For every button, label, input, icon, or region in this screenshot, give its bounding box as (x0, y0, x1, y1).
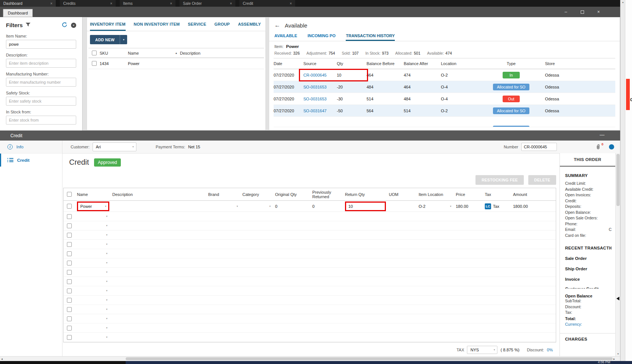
return-qty-input[interactable]: 10 (348, 204, 353, 209)
chevron-down-icon[interactable]: ▾ (105, 205, 106, 208)
customer-select[interactable]: Ari ▾ (93, 142, 136, 151)
brand-select[interactable]: ▾ (206, 205, 240, 208)
row-checkbox[interactable] (67, 261, 72, 265)
chevron-down-icon[interactable]: ▾ (106, 280, 107, 283)
transaction-row[interactable]: 07/27/2020 SO-0031653 -30 514 484 O-4 Ou… (274, 93, 615, 105)
close-icon[interactable]: × (290, 1, 292, 6)
price[interactable]: 180.00 (454, 204, 483, 209)
tab-transaction-history[interactable]: TRANSACTION HISTORY (346, 30, 394, 41)
line-item-name[interactable]: Power (80, 204, 92, 209)
row-checkbox[interactable] (67, 307, 72, 312)
app-tab-dashboard[interactable]: Dashboard × (0, 0, 56, 7)
source-link[interactable]: CR-0000645 (303, 73, 337, 77)
credit-number-input[interactable] (521, 143, 557, 151)
minimize-icon[interactable]: – (558, 7, 574, 17)
currency-link[interactable]: Currency: (565, 322, 612, 327)
category-select[interactable]: ▾ (240, 205, 273, 208)
credit-table-empty-row[interactable]: ▾ (64, 212, 556, 221)
credit-table-empty-row[interactable]: ▾ (64, 305, 556, 314)
row-checkbox[interactable] (92, 61, 97, 66)
horizontal-scrollbar[interactable]: ◂ ▸ (0, 356, 620, 361)
delete-button[interactable]: DELETE (528, 175, 556, 185)
attachments-button[interactable]: 0 (596, 144, 601, 150)
discount-value-link[interactable]: 0% (547, 348, 553, 352)
credit-table-empty-row[interactable]: ▾ (64, 333, 556, 342)
item-location-select[interactable]: O-2 ▾ (416, 204, 454, 209)
scroll-right-icon[interactable]: ▸ (613, 357, 615, 361)
chevron-down-icon[interactable]: ▾ (106, 289, 107, 292)
recent-item-sale-order[interactable]: Sale Order (565, 256, 612, 261)
tax-region-select[interactable]: NYS ▾ (467, 346, 497, 354)
source-link[interactable]: SO-0031653 (303, 85, 337, 89)
close-icon[interactable]: × (230, 1, 232, 6)
scrollbar-thumb[interactable] (126, 357, 613, 360)
select-all-checkbox[interactable] (92, 51, 97, 55)
row-checkbox[interactable] (67, 326, 72, 331)
collapse-panel-icon[interactable] (616, 297, 619, 300)
source-link[interactable]: SO-0031647 (303, 109, 337, 113)
row-checkbox[interactable] (67, 316, 72, 321)
background-scrollbar[interactable]: ▴ (620, 0, 625, 361)
tab-group[interactable]: GROUP (215, 17, 230, 31)
transaction-row-partial[interactable]: Allocated for SO (274, 117, 615, 127)
credit-table-empty-row[interactable]: ▾ (64, 240, 556, 249)
clear-filters-icon[interactable]: × (71, 23, 76, 28)
scroll-down-icon[interactable]: ▾ (616, 352, 620, 355)
row-checkbox[interactable] (67, 279, 72, 284)
credit-table-empty-row[interactable]: ▾ (64, 249, 556, 258)
recent-item-invoice[interactable]: Invoice (565, 277, 612, 281)
chevron-down-icon[interactable]: ▾ (106, 233, 107, 236)
row-checkbox[interactable] (67, 298, 72, 303)
sidebar-item-credit[interactable]: Credit (0, 154, 62, 167)
credit-table-empty-row[interactable]: ▾ (64, 268, 556, 277)
tab-service[interactable]: SERVICE (188, 17, 206, 31)
chevron-down-icon[interactable]: ▾ (106, 271, 107, 274)
add-new-dropdown-icon[interactable]: ▾ (120, 35, 127, 44)
chevron-down-icon[interactable]: ▾ (106, 243, 107, 246)
scroll-left-icon[interactable]: ◂ (1, 357, 3, 361)
sidebar-item-info[interactable]: Info (0, 141, 62, 154)
credit-table-empty-row[interactable]: ▾ (64, 314, 556, 323)
credit-line-item-row[interactable]: Power ▾ ▾ ▾ 0 0 10 O-2 ▾ (64, 201, 556, 212)
tax-cell[interactable]: LC Tax (483, 203, 511, 209)
item-name-input[interactable] (6, 40, 76, 49)
credit-table-empty-row[interactable]: ▾ (64, 221, 556, 231)
close-window-icon[interactable]: × (590, 7, 607, 17)
add-new-button[interactable]: ADD NEW ▾ (90, 35, 127, 44)
dashboard-mini-tab[interactable]: Dashboard (3, 9, 33, 17)
chevron-down-icon[interactable]: ▾ (106, 215, 107, 218)
row-checkbox[interactable] (67, 233, 72, 238)
safety-stock-input[interactable] (6, 97, 76, 106)
recent-item-ship-order[interactable]: Ship Order (565, 267, 612, 271)
chevron-down-icon[interactable]: ▾ (106, 261, 107, 264)
back-arrow-icon[interactable]: ← (274, 22, 280, 29)
row-checkbox[interactable] (67, 289, 72, 293)
row-checkbox[interactable] (67, 204, 72, 209)
credit-table-empty-row[interactable]: ▾ (64, 286, 556, 296)
credit-table-empty-row[interactable]: ▾ (64, 296, 556, 305)
row-checkbox[interactable] (67, 214, 72, 219)
credit-table-empty-row[interactable]: ▾ (64, 277, 556, 286)
item-row[interactable]: 1434 Power (88, 58, 264, 69)
manufacturing-number-input[interactable] (6, 78, 76, 87)
column-name[interactable]: Name ▴ (128, 51, 180, 55)
credit-table-empty-row[interactable]: ▾ (64, 231, 556, 240)
restocking-fee-button[interactable]: RESTOCKING FEE (475, 175, 523, 185)
credit-table-empty-row[interactable]: ▾ (64, 323, 556, 333)
chevron-down-icon[interactable]: ▾ (106, 317, 107, 320)
tab-non-inventory-item[interactable]: NON INVENTORY ITEM (134, 17, 180, 31)
row-checkbox[interactable] (67, 335, 72, 340)
row-checkbox[interactable] (67, 251, 72, 256)
chevron-down-icon[interactable]: ▾ (106, 299, 107, 302)
os-taskbar[interactable]: 4:06 PM (0, 361, 632, 364)
credit-table-empty-row[interactable]: ▾ (64, 258, 556, 268)
recent-item-partial[interactable]: Customer Credit (565, 287, 612, 289)
sort-ascending-icon[interactable]: ▴ (175, 51, 177, 55)
transaction-row[interactable]: 07/27/2020 CR-0000645 10 464 474 O-2 In … (274, 69, 615, 81)
info-circle-icon[interactable] (609, 144, 614, 149)
scrollbar-thumb[interactable] (616, 154, 620, 206)
scroll-up-icon[interactable]: ▴ (620, 1, 625, 4)
select-all-checkbox[interactable] (67, 192, 72, 197)
credit-titlebar[interactable]: Credit — (0, 131, 620, 141)
maximize-icon[interactable] (574, 7, 590, 17)
